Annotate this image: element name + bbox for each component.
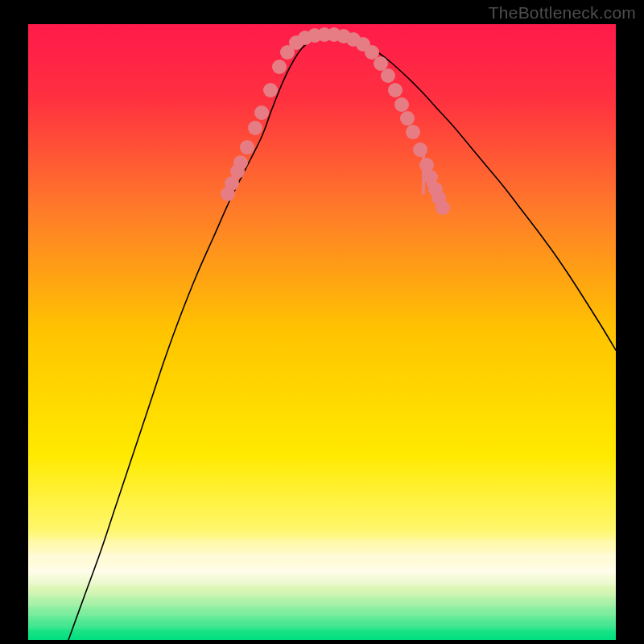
marker-dot [394,97,409,112]
marker-dot [272,60,287,74]
svg-rect-1 [28,554,616,560]
marker-dot [365,45,379,60]
marker-dot [381,68,395,83]
watermark-text: TheBottleneck.com [489,3,636,23]
marker-dot [436,200,450,215]
marker-dot [406,125,420,139]
marker-dot [254,105,269,120]
gradient-bg [28,24,616,640]
marker-dot [388,83,402,97]
svg-rect-5 [28,601,616,606]
svg-rect-3 [28,580,616,585]
marker-dot [413,142,427,157]
marker-dot [374,56,388,71]
svg-rect-0 [28,539,616,547]
svg-rect-6 [28,610,616,616]
marker-dot [240,140,254,155]
svg-rect-2 [28,567,616,573]
marker-dot [400,111,415,126]
chart-frame: TheBottleneck.com [0,0,644,644]
svg-rect-7 [28,620,616,626]
svg-rect-8 [28,630,616,640]
marker-dot [248,121,262,135]
marker-dot [263,83,278,97]
chart-svg [28,24,616,640]
marker-dot [233,155,248,170]
plot-area [28,24,616,640]
svg-rect-4 [28,591,616,597]
